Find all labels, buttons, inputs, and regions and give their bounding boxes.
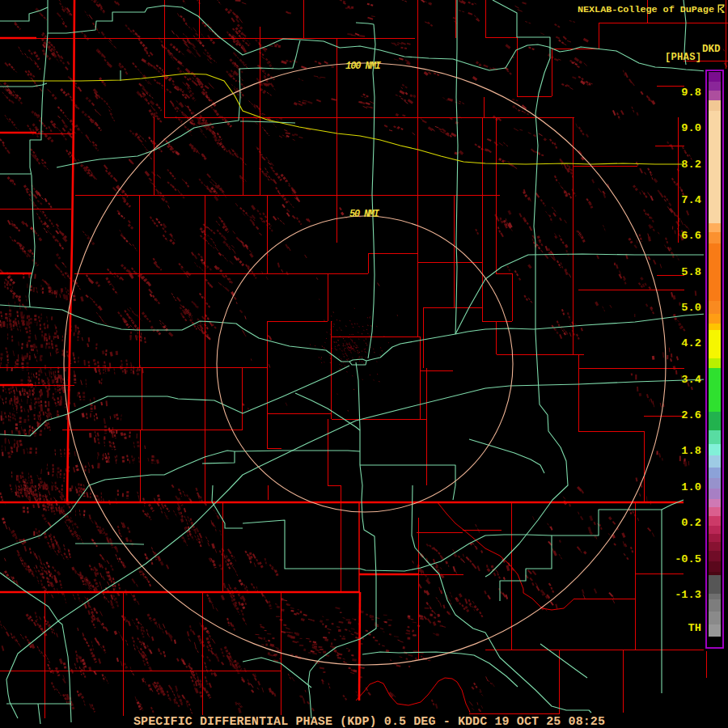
svg-text:5.0: 5.0 [681,302,701,314]
svg-text:5.8: 5.8 [681,266,701,278]
svg-text:1.8: 1.8 [681,445,701,457]
svg-text:8.2: 8.2 [681,159,701,171]
svg-text:SPECIFIC DIFFERENTIAL PHASE (K: SPECIFIC DIFFERENTIAL PHASE (KDP) 0.5 DE… [133,715,605,728]
svg-text:50 NMI: 50 NMI [349,209,380,220]
svg-text:NEXLAB-College of DuPage: NEXLAB-College of DuPage [578,4,714,15]
svg-text:3.4: 3.4 [681,374,701,386]
svg-text:DKD: DKD [702,44,721,55]
svg-text:2.6: 2.6 [681,409,701,421]
svg-text:7.4: 7.4 [681,194,701,206]
svg-text:4.2: 4.2 [681,337,701,349]
svg-text:0.2: 0.2 [681,517,701,529]
svg-text:-1.3: -1.3 [675,589,701,601]
svg-text:6.6: 6.6 [681,230,701,242]
svg-text:9.8: 9.8 [681,87,701,99]
svg-text:9.0: 9.0 [681,122,701,134]
svg-text:1.0: 1.0 [681,481,701,493]
svg-text:TH: TH [688,622,701,634]
svg-text:100 NMI: 100 NMI [345,61,382,72]
svg-text:[PHAS]: [PHAS] [665,52,701,63]
svg-text:-0.5: -0.5 [675,553,701,565]
